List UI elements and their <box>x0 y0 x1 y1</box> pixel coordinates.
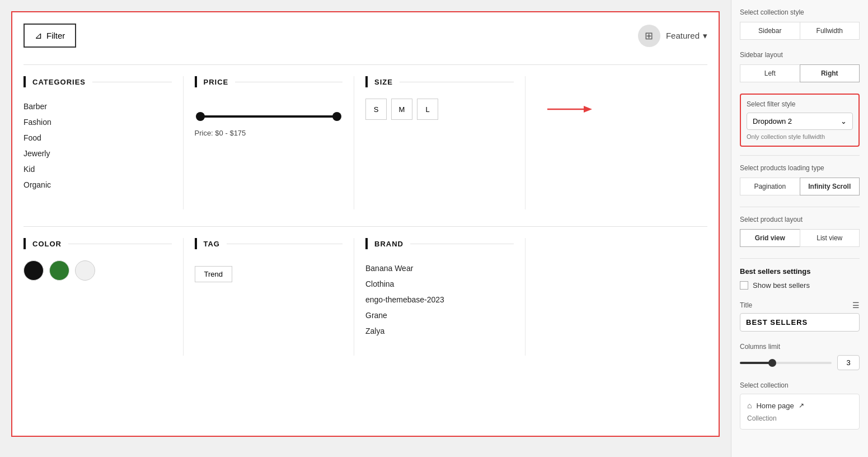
category-list: Barber Fashion Food Jewerly Kid Organic <box>24 99 172 193</box>
filter-style-label: Select filter style <box>747 100 853 108</box>
categories-label: CATEGORIES <box>32 78 86 86</box>
brand-item-engo[interactable]: engo-themebase-2023 <box>365 292 514 307</box>
filter-button[interactable]: ⊿ Filter <box>24 24 76 48</box>
brand-list: Banana Wear Clothina engo-themebase-2023… <box>365 260 514 339</box>
color-swatch-white[interactable] <box>75 260 95 281</box>
category-item-barber[interactable]: Barber <box>24 99 172 114</box>
brand-item-banana-wear[interactable]: Banana Wear <box>365 260 514 276</box>
loading-type-infinity[interactable]: Infinity Scroll <box>800 178 860 195</box>
grid-icon: ⊞ <box>645 30 653 42</box>
brand-title: BRAND <box>365 238 514 249</box>
sidebar-layout-right[interactable]: Right <box>800 64 860 82</box>
collection-style-btngroup: Sidebar Fullwidth <box>740 22 860 40</box>
price-slider-thumb-max[interactable] <box>332 112 341 121</box>
columns-value: 3 <box>837 355 860 370</box>
price-slider-thumb-min[interactable] <box>196 112 205 121</box>
categories-title-line <box>92 82 172 82</box>
filter-style-dropdown[interactable]: Dropdown 2 ⌄ <box>747 113 853 130</box>
title-row: Title ☰ <box>740 301 860 310</box>
brand-label: BRAND <box>374 240 403 248</box>
columns-slider-thumb[interactable] <box>768 359 776 367</box>
collection-style-sidebar[interactable]: Sidebar <box>740 22 800 40</box>
price-slider-container: Price: $0 - $175 <box>195 99 343 143</box>
filter-label: Filter <box>46 31 65 40</box>
empty-section-2 <box>537 238 697 356</box>
show-best-sellers-checkbox[interactable] <box>740 281 748 290</box>
brand-item-clothina[interactable]: Clothina <box>365 276 514 292</box>
product-layout-btngroup: Grid view List view <box>740 229 860 247</box>
color-swatch-green[interactable] <box>49 260 69 281</box>
category-item-fashion[interactable]: Fashion <box>24 114 172 130</box>
title-input[interactable] <box>740 313 860 332</box>
sort-area: ⊞ Featured ▾ <box>638 25 707 47</box>
price-title-line <box>235 82 342 82</box>
size-label: SIZE <box>374 78 393 86</box>
color-section: COLOR <box>24 238 184 356</box>
show-best-sellers-row: Show best sellers <box>740 281 860 290</box>
color-swatches <box>24 260 172 281</box>
price-slider-track[interactable] <box>200 115 337 118</box>
categories-title: CATEGORIES <box>24 76 172 87</box>
collection-box: ⌂ Home page ↗ Collection <box>740 394 860 430</box>
price-section: PRICE Price: $0 - $175 <box>195 76 355 209</box>
price-title: PRICE <box>195 76 343 87</box>
tag-title: TAG <box>195 238 343 249</box>
size-title-line <box>400 82 514 82</box>
grid-view-button[interactable]: ⊞ <box>638 25 660 47</box>
size-btn-m[interactable]: M <box>391 99 412 120</box>
divider-2 <box>740 207 860 207</box>
filter-style-value: Dropdown 2 <box>753 117 792 125</box>
external-link-icon: ↗ <box>799 402 804 409</box>
size-btn-l[interactable]: L <box>417 99 438 120</box>
color-swatch-black[interactable] <box>24 260 44 281</box>
loading-type-section: Select products loading type Pagination … <box>740 164 860 195</box>
divider-1 <box>740 155 860 156</box>
tag-title-line <box>227 244 342 244</box>
sidebar-layout-left[interactable]: Left <box>740 64 800 82</box>
title-label: Title <box>740 301 752 309</box>
sidebar-layout-section: Sidebar layout Left Right <box>740 51 860 82</box>
columns-slider-row: 3 <box>740 355 860 370</box>
select-collection-section: Select collection ⌂ Home page ↗ Collecti… <box>740 381 860 430</box>
title-section: Title ☰ <box>740 301 860 332</box>
category-item-kid[interactable]: Kid <box>24 161 172 177</box>
filter-style-section: Select filter style Dropdown 2 ⌄ Only co… <box>740 94 860 147</box>
filter-icon: ⊿ <box>35 30 42 41</box>
size-section: SIZE S M L <box>365 76 526 209</box>
product-layout-list[interactable]: List view <box>800 229 860 247</box>
divider-3 <box>740 258 860 259</box>
brand-item-grane[interactable]: Grane <box>365 307 514 323</box>
tag-label: TAG <box>204 240 220 248</box>
collection-label: Select collection <box>740 381 860 389</box>
columns-slider-track[interactable] <box>740 362 832 364</box>
collection-style-label: Select collection style <box>740 8 860 16</box>
size-title: SIZE <box>365 76 514 87</box>
loading-type-label: Select products loading type <box>740 164 860 172</box>
tag-section: TAG Trend <box>195 238 355 356</box>
categories-section: CATEGORIES Barber Fashion Food Jewerly K… <box>24 76 184 209</box>
best-sellers-title: Best sellers settings <box>740 267 860 276</box>
tag-item-trend[interactable]: Trend <box>195 266 232 282</box>
sort-chevron-icon: ▾ <box>703 31 707 41</box>
brand-item-zalya[interactable]: Zalya <box>365 323 514 339</box>
product-layout-label: Select product layout <box>740 216 860 223</box>
price-title-bar <box>195 76 197 87</box>
canvas-topbar: ⊿ Filter ⊞ Featured ▾ <box>24 24 707 48</box>
price-max: $175 <box>229 129 246 137</box>
categories-title-bar <box>24 76 26 87</box>
price-min: $0 <box>215 129 223 137</box>
loading-type-pagination[interactable]: Pagination <box>740 178 800 195</box>
product-layout-grid[interactable]: Grid view <box>740 229 800 247</box>
color-title: COLOR <box>24 238 172 249</box>
columns-section: Columns limit 3 <box>740 343 860 370</box>
category-item-jewerly[interactable]: Jewerly <box>24 146 172 161</box>
size-title-bar <box>365 76 368 87</box>
sort-dropdown[interactable]: Featured ▾ <box>666 31 707 41</box>
collection-style-section: Select collection style Sidebar Fullwidt… <box>740 8 860 40</box>
size-btn-s[interactable]: S <box>365 99 387 120</box>
category-item-organic[interactable]: Organic <box>24 177 172 193</box>
collection-style-fullwidth[interactable]: Fullwidth <box>800 22 860 40</box>
best-sellers-section: Best sellers settings Show best sellers <box>740 267 860 290</box>
home-page-label: Home page <box>756 402 794 410</box>
category-item-food[interactable]: Food <box>24 130 172 146</box>
